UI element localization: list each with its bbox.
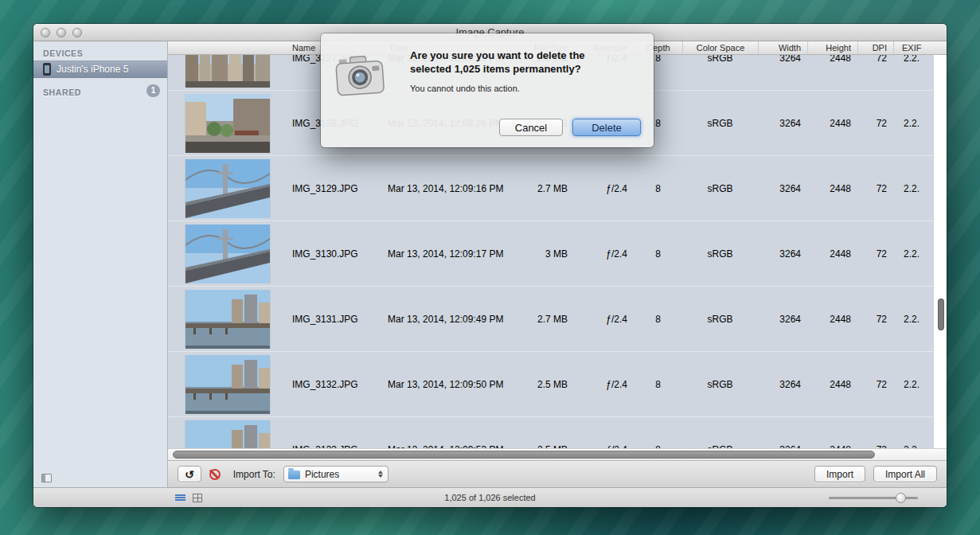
dialog-subtitle: You cannot undo this action. [410,84,641,93]
photo-thumbnail [185,94,270,153]
column-header-height[interactable]: Height [807,41,857,54]
photo-width: 3264 [758,379,807,390]
photo-depth: 8 [634,379,682,390]
photo-size: 3 MB [530,248,574,260]
photo-color-space: sRGB [682,55,758,64]
photo-dpi: 72 [857,118,893,129]
photo-thumbnail [185,420,270,449]
table-row[interactable]: IMG_3130.JPG Mar 13, 2014, 12:09:17 PM 3… [168,221,934,287]
photo-exif: 2.2. [893,379,932,390]
column-header-width[interactable]: Width [758,41,807,54]
thumbnail-size-slider[interactable] [829,497,918,499]
import-all-button[interactable]: Import All [873,466,937,482]
photo-depth: 8 [634,183,682,194]
photo-size: 2.5 MB [530,379,574,390]
photo-thumbnail [185,159,270,218]
photo-color-space: sRGB [682,248,758,260]
photo-width: 3264 [758,248,807,260]
sidebar: DEVICES Justin's iPhone 5 SHARED 1 [33,41,168,487]
horizontal-scrollbar-track[interactable] [168,448,947,460]
column-header-thumbnail [168,41,287,54]
photo-exif: 2.2. [893,55,932,64]
photo-dpi: 72 [857,248,893,260]
photo-depth: 8 [634,314,682,325]
photo-color-space: sRGB [682,314,758,325]
iphone-icon [43,63,51,76]
photo-height: 2448 [807,248,857,260]
table-row[interactable]: IMG_3129.JPG Mar 13, 2014, 12:09:16 PM 2… [168,156,934,221]
column-header-dpi[interactable]: DPI [857,41,893,54]
photo-height: 2448 [807,55,857,64]
photo-height: 2448 [807,314,857,325]
photo-exif: 2.2. [893,248,932,260]
photo-size: 2.7 MB [530,183,574,194]
photo-size: 2.7 MB [530,314,574,325]
photo-thumbnail [185,55,270,88]
photo-aperture: ƒ/2.4 [574,314,634,325]
folder-icon [288,471,300,479]
photo-date: Mar 13, 2014, 12:09:50 PM [385,379,530,390]
vertical-scrollbar[interactable] [938,299,944,330]
photo-width: 3264 [758,183,807,194]
statusbar: 1,025 of 1,026 selected [33,487,947,507]
column-header-color-space[interactable]: Color Space [682,41,758,54]
import-button[interactable]: Import [814,466,865,482]
photo-aperture: ƒ/2.4 [574,248,634,260]
desktop: { "titlebar": { "title": "Image Capture"… [0,0,980,535]
photo-name: IMG_3129.JPG [287,183,385,194]
rotate-button[interactable]: ↺ [178,466,201,482]
photo-name: IMG_3131.JPG [287,314,385,325]
bottom-toolbar: ↺ Import To: Pictures Import Import All [168,460,947,487]
photo-thumbnail [185,290,270,349]
photo-dpi: 72 [857,379,893,390]
horizontal-scrollbar[interactable] [173,451,875,459]
photo-date: Mar 13, 2014, 12:09:16 PM [385,183,530,194]
column-header-exif[interactable]: EXIF [893,41,932,54]
photo-dpi: 72 [857,55,893,64]
minimize-button[interactable] [57,28,66,37]
delete-confirmation-dialog: Are you sure you want to delete the sele… [321,33,654,147]
cancel-button[interactable]: Cancel [499,119,563,136]
image-capture-window: Image Capture DEVICES Justin's iPhone 5 … [33,24,947,507]
import-destination-dropdown[interactable]: Pictures [283,466,388,482]
photo-height: 2448 [807,118,857,129]
photo-height: 2448 [807,379,857,390]
photo-depth: 8 [634,248,682,260]
photo-aperture: ƒ/2.4 [574,183,634,194]
import-destination-value: Pictures [305,469,339,480]
shared-section[interactable]: SHARED 1 [33,84,167,100]
photo-color-space: sRGB [682,118,758,129]
table-row[interactable]: IMG_3131.JPG Mar 13, 2014, 12:09:49 PM 2… [168,287,934,352]
zoom-button[interactable] [72,28,82,37]
rotate-icon: ↺ [185,468,194,481]
photo-exif: 2.2. [893,118,932,129]
shared-section-header: SHARED [33,88,81,100]
delete-button[interactable]: Delete [572,119,641,136]
photo-exif: 2.2. [893,183,932,194]
sidebar-item-iphone[interactable]: Justin's iPhone 5 [33,61,167,78]
dialog-title: Are you sure you want to delete the sele… [410,49,619,76]
photo-dpi: 72 [857,183,893,194]
photo-height: 2448 [807,183,857,194]
photo-date: Mar 13, 2014, 12:09:49 PM [385,314,530,325]
photo-dpi: 72 [857,314,893,325]
dropdown-arrows-icon [378,471,384,478]
sidebar-toggle-icon[interactable] [41,474,52,482]
photo-date: Mar 13, 2014, 12:09:17 PM [385,248,530,260]
delete-icon[interactable] [209,469,221,480]
photo-thumbnail [185,225,270,283]
photo-color-space: sRGB [682,183,758,194]
table-row[interactable]: IMG_3133.JPG Mar 13, 2014, 12:09:53 PM 2… [168,417,934,448]
photo-color-space: sRGB [682,379,758,390]
slider-thumb[interactable] [896,493,906,503]
photo-aperture: ƒ/2.4 [574,379,634,390]
table-row[interactable]: IMG_3132.JPG Mar 13, 2014, 12:09:50 PM 2… [168,352,934,417]
photo-exif: 2.2. [893,314,932,325]
photo-width: 3264 [758,118,807,129]
selection-status: 1,025 of 1,026 selected [33,488,947,507]
photo-width: 3264 [758,55,807,64]
close-button[interactable] [41,28,50,37]
device-name-label: Justin's iPhone 5 [57,64,128,75]
photo-thumbnail [185,355,270,414]
import-to-label: Import To: [233,469,275,480]
